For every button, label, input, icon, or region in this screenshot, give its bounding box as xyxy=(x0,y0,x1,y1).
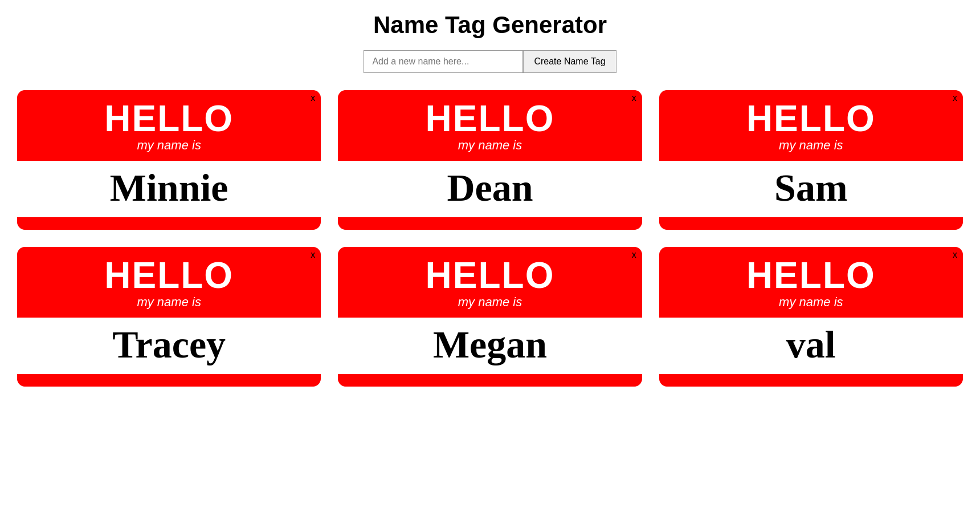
tag-header: x HELLO my name is xyxy=(659,90,963,161)
tag-hello-text: HELLO xyxy=(344,257,636,294)
tag-close-button[interactable]: x xyxy=(311,94,315,103)
tag-name-area: Megan xyxy=(338,318,642,374)
name-tags-grid: x HELLO my name is Minnie x HELLO my nam… xyxy=(11,90,969,387)
name-tag: x HELLO my name is Minnie xyxy=(17,90,321,230)
tag-hello-text: HELLO xyxy=(665,100,957,137)
tag-name-area: val xyxy=(659,318,963,374)
name-tag: x HELLO my name is Sam xyxy=(659,90,963,230)
create-name-tag-button[interactable]: Create Name Tag xyxy=(523,50,616,73)
name-tag: x HELLO my name is Megan xyxy=(338,247,642,387)
tag-footer xyxy=(659,374,963,387)
tag-close-button[interactable]: x xyxy=(632,250,636,259)
tag-my-name-is-text: my name is xyxy=(23,295,315,310)
tag-close-button[interactable]: x xyxy=(953,250,957,259)
tag-my-name-is-text: my name is xyxy=(665,295,957,310)
tag-name-text: Sam xyxy=(671,166,952,209)
tag-hello-text: HELLO xyxy=(23,257,315,294)
tag-my-name-is-text: my name is xyxy=(665,138,957,153)
tag-name-area: Tracey xyxy=(17,318,321,374)
name-tag: x HELLO my name is val xyxy=(659,247,963,387)
tag-close-button[interactable]: x xyxy=(953,94,957,103)
tag-footer xyxy=(338,217,642,230)
tag-header: x HELLO my name is xyxy=(17,90,321,161)
tag-footer xyxy=(17,374,321,387)
page-title: Name Tag Generator xyxy=(11,11,969,39)
tag-close-button[interactable]: x xyxy=(632,94,636,103)
tag-my-name-is-text: my name is xyxy=(344,295,636,310)
tag-name-text: Minnie xyxy=(28,166,309,209)
tag-name-text: Tracey xyxy=(28,323,309,366)
tag-name-area: Sam xyxy=(659,161,963,217)
tag-footer xyxy=(17,217,321,230)
tag-hello-text: HELLO xyxy=(344,100,636,137)
tag-footer xyxy=(338,374,642,387)
tag-my-name-is-text: my name is xyxy=(23,138,315,153)
tag-name-text: Dean xyxy=(349,166,630,209)
tag-name-text: val xyxy=(671,323,952,366)
tag-header: x HELLO my name is xyxy=(338,90,642,161)
tag-footer xyxy=(659,217,963,230)
tag-header: x HELLO my name is xyxy=(17,247,321,318)
tag-hello-text: HELLO xyxy=(23,100,315,137)
name-tag: x HELLO my name is Tracey xyxy=(17,247,321,387)
tag-name-area: Dean xyxy=(338,161,642,217)
tag-close-button[interactable]: x xyxy=(311,250,315,259)
tag-hello-text: HELLO xyxy=(665,257,957,294)
tag-name-text: Megan xyxy=(349,323,630,366)
tag-my-name-is-text: my name is xyxy=(344,138,636,153)
tag-name-area: Minnie xyxy=(17,161,321,217)
tag-header: x HELLO my name is xyxy=(338,247,642,318)
tag-header: x HELLO my name is xyxy=(659,247,963,318)
name-tag: x HELLO my name is Dean xyxy=(338,90,642,230)
name-input[interactable] xyxy=(364,50,523,73)
create-name-tag-form: Create Name Tag xyxy=(11,50,969,73)
